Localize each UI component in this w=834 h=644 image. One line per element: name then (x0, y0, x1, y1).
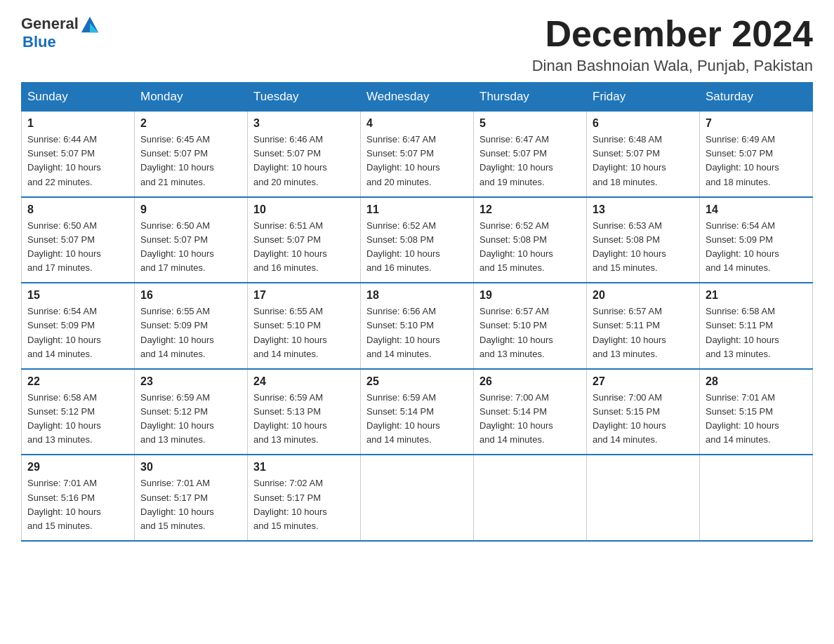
month-title: December 2024 (532, 14, 813, 54)
day-info: Sunrise: 6:56 AMSunset: 5:10 PMDaylight:… (366, 306, 440, 358)
day-info: Sunrise: 6:55 AMSunset: 5:09 PMDaylight:… (140, 306, 214, 358)
location-text: Dinan Bashnoian Wala, Punjab, Pakistan (532, 57, 813, 75)
day-number: 1 (27, 117, 128, 130)
day-number: 17 (253, 289, 355, 302)
calendar-cell: 27 Sunrise: 7:00 AMSunset: 5:15 PMDaylig… (587, 369, 700, 455)
day-number: 28 (706, 375, 807, 388)
day-number: 21 (706, 289, 807, 302)
calendar-header-row: SundayMondayTuesdayWednesdayThursdayFrid… (22, 83, 813, 112)
calendar-cell: 13 Sunrise: 6:53 AMSunset: 5:08 PMDaylig… (587, 197, 700, 283)
calendar-cell (361, 455, 474, 541)
day-number: 12 (479, 203, 581, 216)
day-number: 6 (593, 117, 694, 130)
day-info: Sunrise: 6:57 AMSunset: 5:11 PMDaylight:… (593, 306, 666, 358)
calendar-cell: 18 Sunrise: 6:56 AMSunset: 5:10 PMDaylig… (361, 283, 474, 369)
calendar-cell: 20 Sunrise: 6:57 AMSunset: 5:11 PMDaylig… (587, 283, 700, 369)
calendar-table: SundayMondayTuesdayWednesdayThursdayFrid… (21, 82, 813, 542)
day-info: Sunrise: 6:47 AMSunset: 5:07 PMDaylight:… (479, 134, 553, 187)
day-number: 23 (140, 375, 241, 388)
calendar-cell: 8 Sunrise: 6:50 AMSunset: 5:07 PMDayligh… (22, 197, 135, 283)
day-number: 27 (593, 375, 694, 388)
calendar-cell: 10 Sunrise: 6:51 AMSunset: 5:07 PMDaylig… (248, 197, 361, 283)
day-number: 4 (366, 117, 468, 130)
day-info: Sunrise: 6:55 AMSunset: 5:10 PMDaylight:… (253, 306, 327, 358)
calendar-cell: 1 Sunrise: 6:44 AMSunset: 5:07 PMDayligh… (22, 112, 135, 197)
day-info: Sunrise: 6:45 AMSunset: 5:07 PMDaylight:… (140, 134, 214, 187)
day-number: 22 (27, 375, 128, 388)
day-header-friday: Friday (587, 83, 700, 112)
title-area: December 2024 Dinan Bashnoian Wala, Punj… (532, 14, 813, 75)
calendar-cell: 31 Sunrise: 7:02 AMSunset: 5:17 PMDaylig… (248, 455, 361, 541)
day-info: Sunrise: 6:52 AMSunset: 5:08 PMDaylight:… (479, 220, 553, 273)
day-info: Sunrise: 6:53 AMSunset: 5:08 PMDaylight:… (593, 220, 666, 273)
calendar-cell: 21 Sunrise: 6:58 AMSunset: 5:11 PMDaylig… (700, 283, 813, 369)
day-info: Sunrise: 6:47 AMSunset: 5:07 PMDaylight:… (366, 134, 440, 187)
day-info: Sunrise: 6:59 AMSunset: 5:14 PMDaylight:… (366, 392, 440, 445)
day-info: Sunrise: 6:54 AMSunset: 5:09 PMDaylight:… (27, 306, 101, 358)
day-info: Sunrise: 7:01 AMSunset: 5:17 PMDaylight:… (140, 478, 214, 530)
logo-icon (80, 14, 100, 34)
day-number: 15 (27, 289, 128, 302)
calendar-cell: 17 Sunrise: 6:55 AMSunset: 5:10 PMDaylig… (248, 283, 361, 369)
day-info: Sunrise: 7:01 AMSunset: 5:16 PMDaylight:… (27, 478, 101, 530)
day-number: 19 (479, 289, 581, 302)
day-info: Sunrise: 7:01 AMSunset: 5:15 PMDaylight:… (706, 392, 779, 445)
day-info: Sunrise: 6:58 AMSunset: 5:12 PMDaylight:… (27, 392, 101, 445)
calendar-cell: 28 Sunrise: 7:01 AMSunset: 5:15 PMDaylig… (700, 369, 813, 455)
day-header-saturday: Saturday (700, 83, 813, 112)
calendar-cell: 15 Sunrise: 6:54 AMSunset: 5:09 PMDaylig… (22, 283, 135, 369)
day-info: Sunrise: 6:52 AMSunset: 5:08 PMDaylight:… (366, 220, 440, 273)
calendar-cell: 26 Sunrise: 7:00 AMSunset: 5:14 PMDaylig… (474, 369, 587, 455)
calendar-cell: 11 Sunrise: 6:52 AMSunset: 5:08 PMDaylig… (361, 197, 474, 283)
day-info: Sunrise: 6:54 AMSunset: 5:09 PMDaylight:… (706, 220, 779, 273)
day-number: 30 (140, 461, 241, 474)
day-info: Sunrise: 7:02 AMSunset: 5:17 PMDaylight:… (253, 478, 327, 530)
day-header-sunday: Sunday (22, 83, 135, 112)
day-number: 3 (253, 117, 355, 130)
calendar-cell (700, 455, 813, 541)
day-number: 11 (366, 203, 468, 216)
calendar-cell: 12 Sunrise: 6:52 AMSunset: 5:08 PMDaylig… (474, 197, 587, 283)
day-number: 24 (253, 375, 355, 388)
day-info: Sunrise: 6:51 AMSunset: 5:07 PMDaylight:… (253, 220, 327, 273)
day-info: Sunrise: 6:59 AMSunset: 5:12 PMDaylight:… (140, 392, 214, 445)
calendar-cell (587, 455, 700, 541)
day-number: 20 (593, 289, 694, 302)
day-info: Sunrise: 6:44 AMSunset: 5:07 PMDaylight:… (27, 134, 101, 187)
page-header: General Blue December 2024 Dinan Bashnoi… (21, 14, 813, 75)
calendar-week-row: 22 Sunrise: 6:58 AMSunset: 5:12 PMDaylig… (22, 369, 813, 455)
day-info: Sunrise: 6:48 AMSunset: 5:07 PMDaylight:… (593, 134, 666, 187)
day-number: 31 (253, 461, 355, 474)
calendar-cell: 2 Sunrise: 6:45 AMSunset: 5:07 PMDayligh… (135, 112, 248, 197)
day-number: 2 (140, 117, 241, 130)
calendar-week-row: 1 Sunrise: 6:44 AMSunset: 5:07 PMDayligh… (22, 112, 813, 197)
day-number: 13 (593, 203, 694, 216)
day-number: 16 (140, 289, 241, 302)
logo: General Blue (21, 14, 100, 51)
day-info: Sunrise: 7:00 AMSunset: 5:14 PMDaylight:… (479, 392, 553, 445)
calendar-cell: 25 Sunrise: 6:59 AMSunset: 5:14 PMDaylig… (361, 369, 474, 455)
calendar-week-row: 29 Sunrise: 7:01 AMSunset: 5:16 PMDaylig… (22, 455, 813, 541)
calendar-cell: 5 Sunrise: 6:47 AMSunset: 5:07 PMDayligh… (474, 112, 587, 197)
day-number: 10 (253, 203, 355, 216)
calendar-cell: 30 Sunrise: 7:01 AMSunset: 5:17 PMDaylig… (135, 455, 248, 541)
day-number: 25 (366, 375, 468, 388)
day-header-tuesday: Tuesday (248, 83, 361, 112)
calendar-week-row: 8 Sunrise: 6:50 AMSunset: 5:07 PMDayligh… (22, 197, 813, 283)
day-info: Sunrise: 7:00 AMSunset: 5:15 PMDaylight:… (593, 392, 666, 445)
day-info: Sunrise: 6:57 AMSunset: 5:10 PMDaylight:… (479, 306, 553, 358)
calendar-cell: 6 Sunrise: 6:48 AMSunset: 5:07 PMDayligh… (587, 112, 700, 197)
day-info: Sunrise: 6:58 AMSunset: 5:11 PMDaylight:… (706, 306, 779, 358)
calendar-cell: 24 Sunrise: 6:59 AMSunset: 5:13 PMDaylig… (248, 369, 361, 455)
logo-text-blue: Blue (22, 33, 56, 51)
calendar-cell: 7 Sunrise: 6:49 AMSunset: 5:07 PMDayligh… (700, 112, 813, 197)
day-header-thursday: Thursday (474, 83, 587, 112)
calendar-cell: 4 Sunrise: 6:47 AMSunset: 5:07 PMDayligh… (361, 112, 474, 197)
day-number: 26 (479, 375, 581, 388)
day-info: Sunrise: 6:46 AMSunset: 5:07 PMDaylight:… (253, 134, 327, 187)
calendar-cell: 9 Sunrise: 6:50 AMSunset: 5:07 PMDayligh… (135, 197, 248, 283)
day-number: 9 (140, 203, 241, 216)
calendar-cell: 16 Sunrise: 6:55 AMSunset: 5:09 PMDaylig… (135, 283, 248, 369)
day-header-wednesday: Wednesday (361, 83, 474, 112)
day-number: 14 (706, 203, 807, 216)
